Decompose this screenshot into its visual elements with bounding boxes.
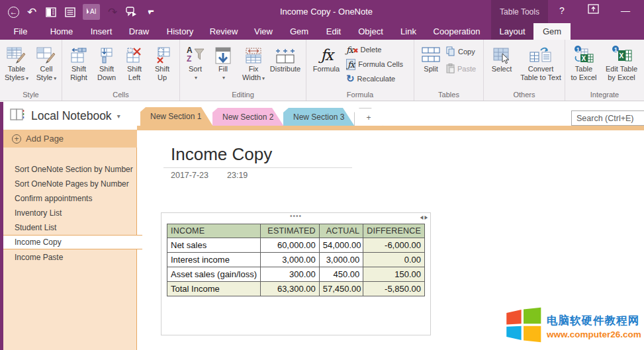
quick-access-toolbar: ← ↶ AI ↷ ▬▾ — [8, 3, 158, 21]
edit-table-by-excel-button[interactable]: 1X Edit Table by Excel — [602, 41, 641, 82]
section-tab-active[interactable]: New Section 1 — [140, 107, 213, 126]
format-painter-ai-icon[interactable]: AI — [83, 4, 100, 20]
header-actual[interactable]: ACTUAL — [319, 224, 363, 238]
customize-quick-access-icon[interactable]: ▬▾ — [144, 5, 158, 19]
page-item[interactable]: Sort OneNote Section by Number — [3, 162, 137, 177]
page-item-selected[interactable]: Income Copy — [3, 235, 142, 249]
menu-cooperation[interactable]: Cooperation — [434, 26, 481, 36]
recalculate-button[interactable]: ↻ Recalculate — [346, 72, 395, 85]
page-item[interactable]: Confirm appointments — [3, 191, 137, 206]
formula-cells-icon: ƒx — [346, 59, 355, 70]
watermark-site-url: www.computer26.com — [547, 329, 641, 339]
table-to-excel-button[interactable]: 1X Table to Excel — [567, 41, 600, 82]
add-section-tab[interactable]: + — [354, 108, 383, 126]
table-drag-handle[interactable]: •••• ◀▶ — [161, 213, 430, 222]
shift-left-button[interactable]: Shift Left — [120, 41, 148, 82]
page-item[interactable]: Student List — [3, 220, 137, 235]
copy-button[interactable]: Copy — [446, 45, 475, 58]
notebook-icon — [9, 107, 25, 124]
cell-actual[interactable]: 54,000.00 — [319, 238, 363, 253]
convert-table-to-text-button[interactable]: Convert Table to Text — [518, 41, 563, 82]
cell-label[interactable]: Interest income — [167, 253, 261, 267]
cell-difference[interactable]: 150.00 — [363, 267, 425, 282]
table-styles-button[interactable]: Table Styles▾ — [2, 41, 31, 83]
cell-difference[interactable]: -5,850.00 — [363, 282, 425, 296]
cell-difference[interactable]: -6,000.00 — [363, 238, 425, 253]
tab-layout[interactable]: Layout — [491, 23, 533, 40]
formula-button[interactable]: ƒx Formula — [309, 41, 344, 73]
cell-estimated[interactable]: 300.00 — [261, 267, 320, 282]
paste-icon — [446, 64, 455, 75]
header-income[interactable]: INCOME — [167, 224, 261, 238]
help-button[interactable]: ? — [559, 5, 565, 16]
table-styles-icon — [7, 41, 26, 65]
cell-estimated[interactable]: 60,000.00 — [261, 238, 320, 253]
search-input[interactable]: Search (Ctrl+E) — [571, 110, 644, 126]
cell-estimated[interactable]: 63,300.00 — [261, 282, 320, 296]
menu-insert[interactable]: Insert — [91, 26, 113, 36]
menu-object[interactable]: Object — [358, 26, 383, 36]
cell-label[interactable]: Net sales — [167, 238, 261, 253]
notebook-header[interactable]: Local Notebook ▾ — [3, 102, 137, 130]
table-row: Interest income 3,000.00 3,000.00 0.00 — [167, 253, 425, 267]
redo-icon[interactable]: ↷ — [106, 5, 119, 19]
page-title[interactable]: Income Copy — [171, 144, 272, 165]
back-icon[interactable]: ← — [8, 7, 19, 18]
sort-button[interactable]: AZ Sort ▾ — [182, 41, 208, 82]
undo-icon[interactable]: ↶ — [25, 5, 38, 19]
menu-review[interactable]: Review — [210, 26, 238, 36]
page-text-icon[interactable] — [64, 5, 77, 19]
menu-gem[interactable]: Gem — [290, 26, 308, 36]
page-item[interactable]: Sort OneNote Pages by Number — [3, 177, 137, 191]
page-item[interactable]: Income Paste — [3, 250, 137, 265]
menu-link[interactable]: Link — [400, 26, 416, 36]
formula-delete-button[interactable]: ƒx✖ Delete — [346, 43, 381, 56]
cell-style-button[interactable]: Cell Style▾ — [32, 41, 61, 83]
cell-estimated[interactable]: 3,000.00 — [261, 253, 320, 267]
menu-history[interactable]: History — [167, 26, 193, 36]
split-button[interactable]: Split — [418, 41, 444, 73]
page-side-icon[interactable] — [44, 5, 58, 19]
cell-label[interactable]: Asset sales (gain/loss) — [167, 267, 261, 282]
page-title-underline — [163, 167, 352, 168]
header-estimated[interactable]: ESTIMATED — [261, 224, 320, 238]
shift-right-button[interactable]: Shift Right — [65, 41, 93, 82]
cell-label[interactable]: Total Income — [167, 282, 261, 296]
copy-icon — [446, 46, 455, 58]
menu-draw[interactable]: Draw — [129, 26, 149, 36]
cell-actual[interactable]: 57,450.00 — [319, 282, 363, 296]
cell-actual[interactable]: 3,000.00 — [319, 253, 363, 267]
svg-text:X: X — [620, 52, 624, 60]
fill-button[interactable]: Fill ▾ — [210, 41, 236, 82]
header-difference[interactable]: DIFFERENCE — [363, 224, 425, 238]
paste-button[interactable]: Paste — [446, 62, 476, 75]
distribute-button[interactable]: Distribute — [265, 41, 306, 73]
page-item[interactable]: Inventory List — [3, 206, 137, 220]
recalculate-icon: ↻ — [346, 73, 355, 85]
cell-actual[interactable]: 450.00 — [319, 267, 363, 282]
minimize-button[interactable]: — — [621, 5, 630, 16]
menu-view[interactable]: View — [254, 26, 273, 36]
section-tab[interactable]: New Section 2 — [212, 108, 284, 126]
resize-arrows-icon[interactable]: ◀▶ — [420, 214, 429, 220]
cell-difference[interactable]: 0.00 — [363, 253, 425, 267]
add-page-button[interactable]: + Add Page — [3, 130, 137, 148]
section-tab[interactable]: New Section 3 — [283, 108, 355, 126]
menu-home[interactable]: Home — [50, 26, 73, 36]
shape-callout-icon[interactable] — [125, 5, 138, 19]
tab-gem-active[interactable]: Gem — [533, 23, 571, 40]
select-icon — [492, 41, 511, 65]
shift-up-button[interactable]: Shift Up — [148, 41, 176, 82]
shift-down-button[interactable]: Shift Down — [93, 41, 120, 82]
menu-edit[interactable]: Edit — [326, 26, 341, 36]
fullscreen-button[interactable] — [588, 4, 599, 16]
menu-file[interactable]: File — [14, 26, 28, 36]
section-accent-bar — [137, 126, 644, 130]
sort-icon: AZ — [186, 41, 205, 65]
ribbon-group-formula: ƒx Formula ƒx✖ Delete ƒx Formula Cells ↻… — [306, 40, 414, 101]
select-button[interactable]: Select — [486, 41, 517, 73]
window-title: Income Copy - OneNote — [247, 7, 406, 17]
table-container[interactable]: •••• ◀▶ INCOME ESTIMATED ACTUAL DIFFEREN… — [161, 212, 431, 335]
ribbon-group-others: Select Convert Table to Text Others — [484, 40, 565, 101]
formula-cells-button[interactable]: ƒx Formula Cells — [346, 58, 403, 71]
